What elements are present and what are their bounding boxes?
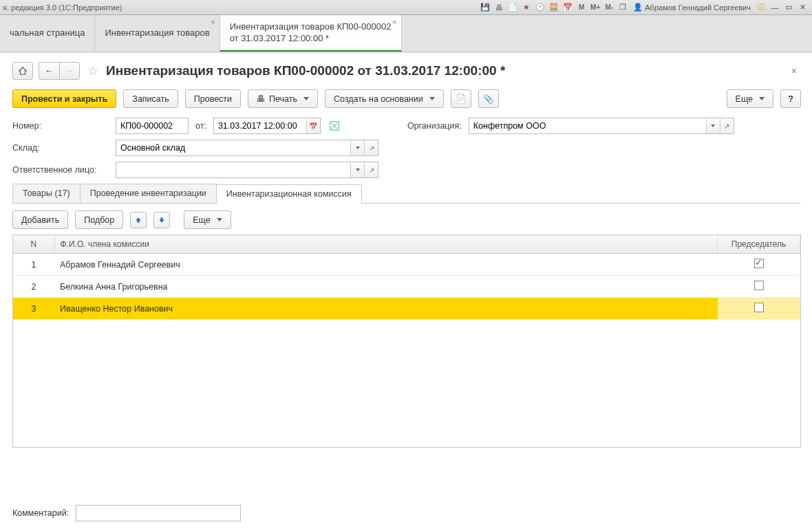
org-label: Организация: xyxy=(407,121,462,131)
table-row[interactable]: 1Абрамов Геннадий Сергеевич xyxy=(13,254,800,276)
memory-m-minus[interactable]: M- xyxy=(603,1,615,14)
memory-m-plus[interactable]: M+ xyxy=(589,1,601,14)
sysbar-tools: 💾 🖶 📄 ★ 🕑 🧮 📅 M M+ M- ❐ xyxy=(479,1,629,14)
create-based-button[interactable]: Создать на основании xyxy=(325,89,444,108)
date-input-wrap: 📅 xyxy=(213,118,321,134)
cell-chair[interactable] xyxy=(718,254,800,276)
org-dropdown-icon[interactable] xyxy=(706,118,720,133)
move-down-button[interactable] xyxy=(153,212,170,228)
printer-icon: 🖶 xyxy=(257,94,266,104)
table-toolbar: Добавить Подбор Еще xyxy=(12,210,801,229)
doc-icon[interactable]: 📄 xyxy=(506,1,519,14)
save-button[interactable]: Записать xyxy=(123,89,178,108)
responsible-input[interactable] xyxy=(116,162,350,177)
cell-chair[interactable] xyxy=(718,298,800,320)
warehouse-dropdown-icon[interactable] xyxy=(350,140,364,155)
close-button[interactable]: ✕ xyxy=(795,1,809,14)
responsible-input-wrap: ↗ xyxy=(116,162,378,178)
history-icon[interactable]: 🕑 xyxy=(534,1,546,14)
more-button[interactable]: Еще xyxy=(727,89,773,108)
comment-label: Комментарий: xyxy=(12,508,69,518)
arrow-down-icon xyxy=(158,216,166,224)
date-input[interactable] xyxy=(214,118,306,133)
form-fields: Номер: от: 📅 Организация: ↗ Склад: xyxy=(12,118,801,178)
cell-name[interactable]: Иващенко Нестор Иванович xyxy=(54,298,718,320)
warehouse-input[interactable] xyxy=(116,140,350,155)
tab-commission[interactable]: Инвентаризационная комиссия xyxy=(216,184,362,204)
windows-icon[interactable]: ❐ xyxy=(617,1,629,14)
col-chair[interactable]: Председатель xyxy=(718,235,800,254)
responsible-open-icon[interactable]: ↗ xyxy=(364,162,378,177)
report-button[interactable]: 📄 xyxy=(451,89,471,108)
page-title: Инвентаризация товаров КП00-000002 от 31… xyxy=(106,63,505,78)
posted-indicator-icon[interactable] xyxy=(328,119,341,133)
cell-name[interactable]: Абрамов Геннадий Сергеевич xyxy=(54,254,718,276)
title-row: ← → ☆ Инвентаризация товаров КП00-000002… xyxy=(12,62,801,80)
tab-inventory-list[interactable]: Инвентаризация товаров × xyxy=(95,15,220,52)
inner-tabs: Товары (17) Проведение инвентаризации Ин… xyxy=(12,184,801,204)
commission-table: N Ф.И.О. члена комиссии Председатель 1Аб… xyxy=(13,235,800,320)
window-controls: — ▭ ✕ xyxy=(768,1,809,14)
tab-inventory-doc[interactable]: Инвентаризация товаров КП00-000002 от 31… xyxy=(220,15,402,52)
table-more-button[interactable]: Еще xyxy=(184,210,231,229)
checkbox[interactable] xyxy=(754,259,764,268)
commission-grid[interactable]: N Ф.И.О. члена комиссии Председатель 1Аб… xyxy=(12,235,801,448)
table-row[interactable]: 2Белкина Анна Григорьевна xyxy=(13,276,800,298)
warehouse-open-icon[interactable]: ↗ xyxy=(364,140,378,155)
minimize-button[interactable]: — xyxy=(768,1,782,14)
number-input-wrap xyxy=(116,118,189,134)
print-icon[interactable]: 🖶 xyxy=(493,1,505,14)
system-titlebar: я. редакция 3.0 (1С:Предприятие) 💾 🖶 📄 ★… xyxy=(0,0,812,15)
document-toolbar: Провести и закрыть Записать Провести 🖶 П… xyxy=(12,89,801,108)
nav-group: ← → xyxy=(39,62,80,80)
close-icon[interactable]: × xyxy=(211,18,215,26)
table-row[interactable]: 3Иващенко Нестор Иванович xyxy=(13,298,800,320)
close-document-button[interactable]: × xyxy=(787,63,801,79)
from-label: от: xyxy=(195,121,206,131)
memory-m[interactable]: M xyxy=(575,1,588,14)
move-up-button[interactable] xyxy=(130,212,147,228)
checkbox[interactable] xyxy=(754,303,764,312)
cell-n[interactable]: 1 xyxy=(13,254,54,276)
cell-chair[interactable] xyxy=(718,276,800,298)
close-icon[interactable]: × xyxy=(392,18,396,26)
cell-n[interactable]: 2 xyxy=(13,276,54,298)
tab-conduct[interactable]: Проведение инвентаризации xyxy=(80,184,217,203)
select-button[interactable]: Подбор xyxy=(75,210,123,229)
app-tabbar: чальная страница Инвентаризация товаров … xyxy=(0,15,812,52)
attach-button[interactable]: 📎 xyxy=(478,89,499,108)
save-icon[interactable]: 💾 xyxy=(479,1,491,14)
calculator-icon[interactable]: 🧮 xyxy=(548,1,560,14)
user-block[interactable]: 👤 Абрамов Геннадий Сергеевич xyxy=(633,3,751,12)
comment-input[interactable] xyxy=(76,506,240,521)
col-n[interactable]: N xyxy=(13,235,54,254)
print-button[interactable]: 🖶 Печать xyxy=(248,89,318,108)
back-button[interactable]: ← xyxy=(39,62,59,80)
tab-goods[interactable]: Товары (17) xyxy=(12,184,81,203)
forward-button[interactable]: → xyxy=(59,62,80,80)
org-open-icon[interactable]: ↗ xyxy=(720,118,734,133)
col-name[interactable]: Ф.И.О. члена комиссии xyxy=(54,235,718,254)
comment-input-wrap xyxy=(76,505,241,521)
checkbox[interactable] xyxy=(754,281,764,290)
calendar-icon[interactable]: 📅 xyxy=(562,1,574,14)
info-icon[interactable]: ⓘ xyxy=(758,2,765,12)
cell-n[interactable]: 3 xyxy=(13,298,54,320)
calendar-picker-icon[interactable]: 📅 xyxy=(306,118,320,133)
user-name: Абрамов Геннадий Сергеевич xyxy=(645,3,751,12)
tab-home[interactable]: чальная страница xyxy=(0,15,95,52)
help-button[interactable]: ? xyxy=(780,89,801,108)
comment-row: Комментарий: xyxy=(12,505,241,521)
org-input[interactable] xyxy=(469,118,706,133)
post-button[interactable]: Провести xyxy=(185,89,241,108)
post-and-close-button[interactable]: Провести и закрыть xyxy=(12,89,116,108)
responsible-dropdown-icon[interactable] xyxy=(350,162,364,177)
number-input[interactable] xyxy=(116,118,188,133)
add-row-button[interactable]: Добавить xyxy=(12,210,68,229)
home-button[interactable] xyxy=(12,62,33,80)
favorite-star[interactable]: ☆ xyxy=(85,63,100,78)
app-caption: я. редакция 3.0 (1С:Предприятие) xyxy=(3,3,122,12)
favorite-icon[interactable]: ★ xyxy=(520,1,533,14)
cell-name[interactable]: Белкина Анна Григорьевна xyxy=(54,276,718,298)
maximize-button[interactable]: ▭ xyxy=(782,1,795,14)
